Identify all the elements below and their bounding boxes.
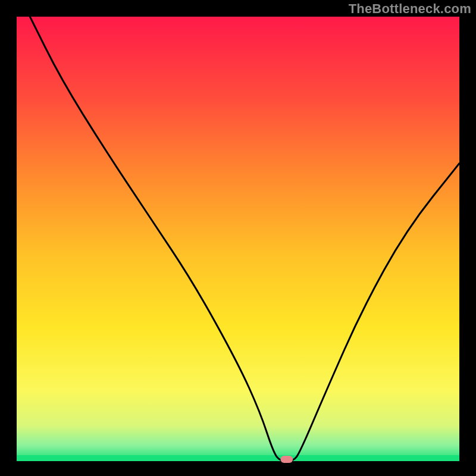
gradient-background xyxy=(17,17,459,461)
bottleneck-chart xyxy=(0,0,476,476)
bottom-band xyxy=(17,455,459,461)
chart-frame: TheBottleneck.com xyxy=(0,0,476,476)
watermark-text: TheBottleneck.com xyxy=(349,1,471,17)
minimum-marker xyxy=(280,456,293,463)
